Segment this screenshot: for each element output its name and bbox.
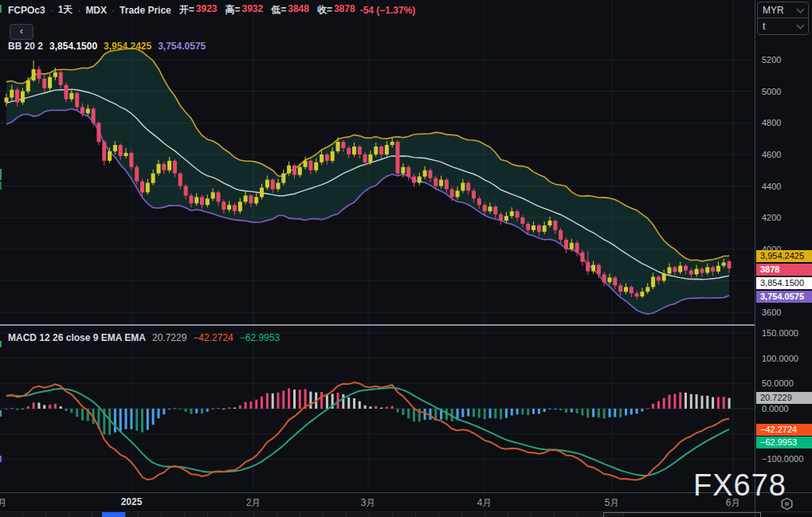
price-tick: 3600 [762,307,781,317]
ohlc-close: 收=3878 [317,3,355,17]
price-tick: 4600 [762,150,781,159]
series-type: Trade Price [120,5,171,16]
timeline-cell[interactable] [508,512,532,517]
timeline-cell-selected[interactable] [102,512,126,517]
unit-label: t [763,21,765,32]
bb-upper-value: 3,954.2425 [104,41,151,52]
edge-mark [0,169,2,180]
interval[interactable]: 1天 [58,3,73,17]
macd-line-value: −42.2724 [193,332,233,343]
bb-lower-value: 3,754.0575 [158,41,206,52]
pane-separator[interactable] [0,324,755,326]
timeline-cell[interactable] [555,512,578,517]
exchange: MDX [85,5,107,16]
price-tick: 4400 [762,182,781,191]
month-label: 5月 [605,496,620,510]
price-scale[interactable]: 52005000480046004400420040003600150.0000… [755,0,812,492]
price-tick: 4800 [762,118,781,127]
currency-selector[interactable]: MYR [758,2,808,18]
scale-unit-selector: MYR t [757,2,809,35]
price-tick: 5000 [762,87,781,96]
timeline-strip[interactable] [0,511,812,517]
timeline-cell[interactable] [416,512,439,517]
macd-signal-value: −62.9953 [240,332,280,343]
edge-mark [0,410,2,417]
month-label: 2月 [246,496,261,510]
macd-label-hist: 20.7229 [756,392,812,404]
timeline-cell[interactable] [485,512,508,517]
month-label: 2025 [121,496,143,507]
bb-indicator-row[interactable]: BB 20 2 3,854.1500 3,954.2425 3,754.0575 [8,41,206,52]
timeline-cell[interactable] [231,512,254,517]
axis-divider [755,0,755,517]
ohlc-low: 低=3848 [271,3,309,17]
price-label-bb-upper: 3,954.2425 [756,250,812,262]
bb-basis-value: 3,854.1500 [49,41,97,52]
month-label: 4月 [477,496,492,510]
chevron-down-icon [797,21,805,29]
timeline-cell[interactable] [300,512,324,517]
month-label: 12月 [0,496,7,510]
macd-title: MACD 12 26 close 9 EMA EMA [8,332,146,343]
separator-dot: · [112,5,115,16]
timeline-cell[interactable] [162,512,185,517]
macd-tick: 100.0000 [762,354,798,363]
change-value: -54 (−1.37%) [360,5,416,16]
chevron-left-icon: ‹ [20,25,23,37]
timeline-cell[interactable] [439,512,462,517]
timeline-cell[interactable] [347,512,370,517]
chevron-down-icon [797,5,805,13]
timeline-cell[interactable] [324,512,347,517]
edge-mark [0,456,2,462]
ohlc-high: 高=3932 [225,3,263,17]
timeline-cell[interactable] [208,512,231,517]
chart-canvas[interactable] [0,0,812,517]
bb-title: BB 20 2 [8,41,43,52]
macd-label-macd: −42.2724 [756,424,812,436]
edge-mark [0,5,2,13]
timeline-cell[interactable] [370,512,393,517]
macd-label-signal: −62.9953 [756,437,812,448]
time-scale[interactable]: 12月20252月3月4月5月6月 [0,492,812,511]
macd-hist-value: 20.7229 [152,332,186,343]
unit-selector[interactable]: t [758,18,808,33]
macd-tick: 150.0000 [762,328,798,338]
trading-chart-window: FCPOc3 · 1天 · MDX · Trade Price 开=3923 高… [0,0,812,517]
timeline-cell[interactable] [23,512,46,517]
timeline-cell[interactable] [277,512,300,517]
macd-indicator-row[interactable]: MACD 12 26 close 9 EMA EMA 20.7229 −42.2… [8,332,280,343]
timeline-cell[interactable] [462,512,485,517]
edge-mark [0,341,2,347]
edge-mark [0,182,2,190]
price-label-bb-lower: 3,754.0575 [756,291,812,303]
watermark: FX678 [693,468,787,503]
timeline-cell[interactable] [578,512,601,517]
ohlc-open: 开=3923 [179,3,218,17]
timeline-cell[interactable] [185,512,208,517]
back-button[interactable]: ‹ [10,24,33,40]
currency-label: MYR [763,5,784,16]
price-tick: 4200 [762,213,781,222]
timeline-cell[interactable] [393,512,416,517]
price-label-bb-basis: 3,854.1500 [756,277,812,289]
month-label: 3月 [361,496,376,510]
macd-tick: 0.0000 [762,404,789,413]
price-tick: 5200 [762,55,781,65]
timeline-cell[interactable] [139,512,162,517]
separator-dot: · [77,5,80,16]
price-label-last: 3878 [756,264,812,276]
timeline-cell[interactable] [532,512,555,517]
symbol-header: FCPOc3 · 1天 · MDX · Trade Price 开=3923 高… [8,3,415,17]
timeline-cell[interactable] [254,512,277,517]
symbol-name[interactable]: FCPOc3 [8,5,45,16]
timeline-cell[interactable] [46,512,69,517]
macd-tick: 50.0000 [762,378,794,388]
separator-dot: · [50,5,53,16]
macd-tick: −100.0000 [762,454,803,464]
timeline-cell[interactable] [0,512,23,517]
timeline-range-box[interactable] [603,512,761,517]
timeline-cell[interactable] [69,512,92,517]
